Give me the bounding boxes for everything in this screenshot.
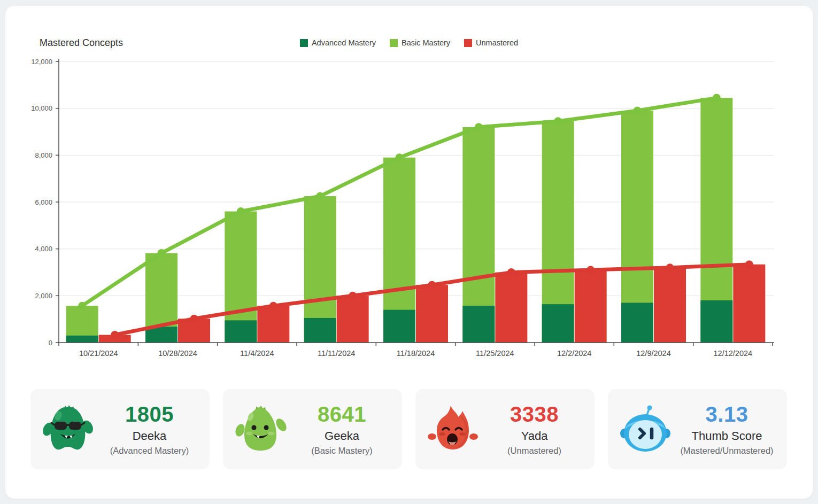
thumb-robot-icon <box>619 402 672 456</box>
stats-row: 1805 Deeka (Advanced Mastery) <box>30 389 787 469</box>
stat-text: 1805 Deeka (Advanced Mastery) <box>95 403 204 456</box>
svg-text:12/9/2024: 12/9/2024 <box>636 349 671 358</box>
svg-text:11/11/2024: 11/11/2024 <box>318 349 355 358</box>
svg-text:10/21/2024: 10/21/2024 <box>79 349 118 358</box>
stat-subtitle: (Unmastered) <box>507 446 561 456</box>
stat-subtitle: (Advanced Mastery) <box>110 446 189 456</box>
svg-text:4,000: 4,000 <box>35 245 52 253</box>
svg-text:6,000: 6,000 <box>35 198 52 206</box>
dashboard-card: Mastered Concepts Advanced MasteryBasic … <box>5 6 813 499</box>
stat-name: Thumb Score <box>691 429 762 443</box>
svg-text:10/28/2024: 10/28/2024 <box>158 349 197 358</box>
stat-text: 8641 Geeka (Basic Mastery) <box>287 403 397 456</box>
stat-name: Deeka <box>133 429 167 443</box>
stat-value: 3.13 <box>706 403 748 425</box>
stat-subtitle: (Mastered/Unmastered) <box>680 446 773 456</box>
stat-card-geeka: 8641 Geeka (Basic Mastery) <box>223 389 402 469</box>
x-axis-labels: 10/21/202410/28/202411/4/202411/11/20241… <box>79 349 752 358</box>
svg-text:12,000: 12,000 <box>31 58 52 66</box>
svg-text:12/2/2024: 12/2/2024 <box>557 349 592 358</box>
svg-text:0: 0 <box>49 339 52 347</box>
svg-text:11/18/2024: 11/18/2024 <box>397 349 435 358</box>
page-background: { "header": { "title": "Mastered Concept… <box>0 0 818 504</box>
stat-value: 3338 <box>510 403 559 425</box>
stat-subtitle: (Basic Mastery) <box>311 446 373 456</box>
svg-text:10,000: 10,000 <box>31 104 52 112</box>
geeka-monster-icon <box>234 402 287 456</box>
stat-card-thumb-score: 3.13 Thumb Score (Mastered/Unmastered) <box>608 389 787 469</box>
stat-name: Geeka <box>325 429 359 443</box>
stat-card-yada: 3338 Yada (Unmastered) <box>415 389 595 469</box>
stat-value: 1805 <box>125 403 174 425</box>
stat-card-deeka: 1805 Deeka (Advanced Mastery) <box>30 389 210 469</box>
y-axis-labels: 02,0004,0006,0008,00010,00012,000 <box>31 58 59 347</box>
stat-text: 3.13 Thumb Score (Mastered/Unmastered) <box>672 403 782 456</box>
stat-name: Yada <box>521 429 548 443</box>
stat-text: 3338 Yada (Unmastered) <box>480 403 589 456</box>
stat-value: 8641 <box>318 403 366 425</box>
deeka-monster-icon <box>41 402 95 456</box>
bars <box>66 98 766 343</box>
mastery-chart: 02,0004,0006,0008,00010,00012,00010/21/2… <box>5 6 813 380</box>
svg-text:2,000: 2,000 <box>35 292 52 300</box>
svg-text:11/25/2024: 11/25/2024 <box>476 349 514 358</box>
svg-text:11/4/2024: 11/4/2024 <box>240 349 274 358</box>
svg-text:8,000: 8,000 <box>35 151 52 159</box>
yada-flame-icon <box>426 402 480 456</box>
svg-text:12/12/2024: 12/12/2024 <box>714 349 753 358</box>
